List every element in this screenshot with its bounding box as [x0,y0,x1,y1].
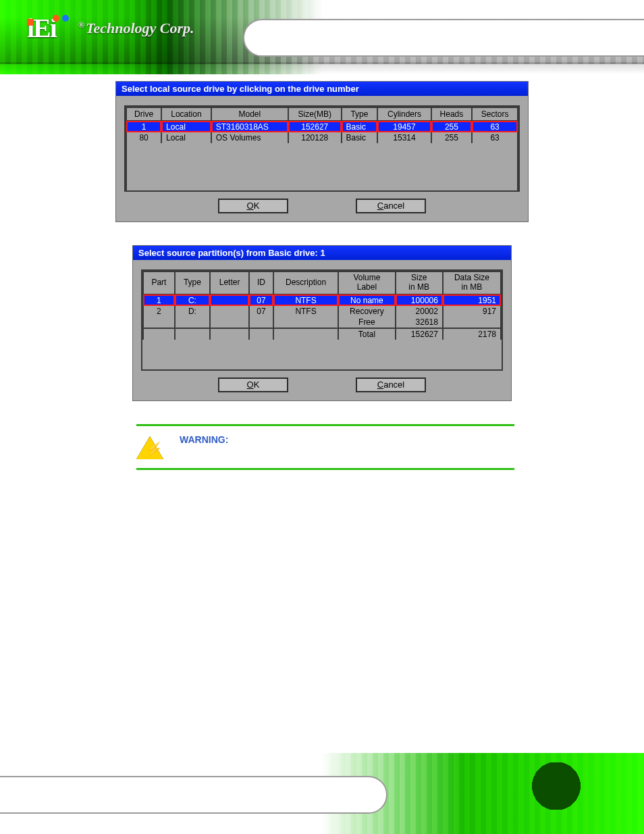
page-number-badge [509,762,603,810]
warning-icon: ⚡ [136,434,163,461]
dialog1-table: Drive Location Model Size(MB) Type Cylin… [126,107,518,190]
partition-row-free: Free 32618 [143,317,501,328]
col-letter: Letter [210,271,249,294]
col-desc: Description [273,271,338,294]
select-source-partition-dialog: Select source partition(s) from Basic dr… [132,245,512,401]
header-shadow [0,62,644,74]
col-cyl: Cylinders [377,107,431,121]
col-datamb: Data Sizein MB [443,271,501,294]
partition-row-selected[interactable]: 1 C: 07 NTFS No name 100006 1951 [143,294,501,306]
dialog1-cancel-button[interactable]: Cancel [356,199,426,213]
green-divider-top [136,424,514,426]
col-sizemb: Sizein MB [396,271,443,294]
dialog2-cancel-button[interactable]: Cancel [356,377,426,392]
green-divider-bottom [136,468,514,470]
brand-tagline: ®Technology Corp. [78,20,194,37]
dialog1-header-row: Drive Location Model Size(MB) Type Cylin… [126,107,518,121]
brand-logo-icon: iEi [27,15,70,42]
brand-block: iEi ®Technology Corp. [27,15,194,42]
warning-block: ⚡ WARNING: [136,434,514,461]
col-part: Part [143,271,175,294]
partition-totals-row: Total 152627 2178 [143,328,501,340]
col-heads: Heads [431,107,472,121]
col-type: Type [342,107,378,121]
page-content: Select local source drive by clicking on… [0,81,644,753]
warning-title: WARNING: [180,434,228,445]
dialog2-title: Select source partition(s) from Basic dr… [133,246,511,260]
col-sectors: Sectors [472,107,518,121]
select-source-drive-dialog: Select local source drive by clicking on… [115,81,529,222]
dialog2-padding [143,340,501,369]
col-model: Model [211,107,288,121]
ok-text: K [254,201,260,211]
col-id: ID [249,271,273,294]
col-vol: VolumeLabel [338,271,395,294]
dialog2-header-row: Part Type Letter ID Description VolumeLa… [143,271,501,294]
dialog1-title: Select local source drive by clicking on… [116,82,528,96]
partition-row[interactable]: 2 D: 07 NTFS Recovery 20002 917 [143,306,501,317]
header-curve [243,19,644,57]
drive-row[interactable]: 80 Local OS Volumes 120128 Basic 15314 2… [126,132,518,143]
dialog2-ok-button[interactable]: OK [218,377,288,392]
dialog1-table-wrap: Drive Location Model Size(MB) Type Cylin… [124,105,520,192]
col-type: Type [175,271,210,294]
col-drive: Drive [126,107,161,121]
footer-banner [0,753,644,834]
drive-row-selected[interactable]: 1 Local ST3160318AS 152627 Basic 19457 2… [126,121,518,132]
col-location: Location [161,107,211,121]
dialog2-table: Part Type Letter ID Description VolumeLa… [142,271,502,369]
dialog2-table-wrap: Part Type Letter ID Description VolumeLa… [141,269,503,371]
dialog1-ok-button[interactable]: OK [218,199,288,213]
footer-curve [0,776,387,814]
col-size: Size(MB) [288,107,342,121]
dialog1-empty-space [126,143,518,190]
